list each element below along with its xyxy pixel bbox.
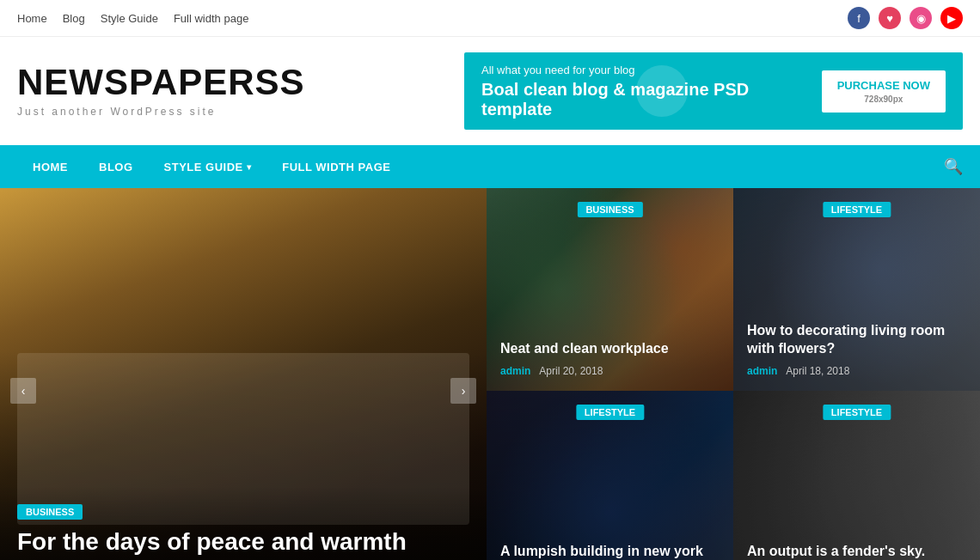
- grid-item-4-overlay: LIFESTYLE An output is a fender's sky. a…: [733, 391, 980, 560]
- grid-item-2-title: How to decorating living room with flowe…: [747, 322, 966, 358]
- grid-item-2-overlay: LIFESTYLE How to decorating living room …: [733, 188, 980, 391]
- nav-blog[interactable]: BLOG: [83, 145, 149, 188]
- banner-purchase-button[interactable]: PURCHASE NOW 728x90px: [822, 70, 946, 113]
- grid-item-3-category[interactable]: LIFESTYLE: [576, 405, 644, 420]
- nav-items-list: HOME BLOG STYLE GUIDE ▾ FULL WIDTH PAGE: [17, 145, 406, 188]
- grid-item-1[interactable]: BUSINESS Neat and clean workplace admin …: [487, 188, 733, 391]
- grid-item-1-category[interactable]: BUSINESS: [577, 202, 642, 217]
- grid-item-2-meta: admin April 18, 2018: [747, 365, 966, 377]
- grid-item-2[interactable]: LIFESTYLE How to decorating living room …: [733, 188, 980, 391]
- site-title: NEWSPAPERSS: [17, 64, 305, 100]
- hero-main-post[interactable]: ‹ › BUSINESS For the days of peace and w…: [0, 188, 487, 560]
- youtube-icon[interactable]: ▶: [940, 7, 963, 29]
- nav-home[interactable]: HOME: [17, 145, 83, 188]
- facebook-icon[interactable]: f: [848, 7, 870, 29]
- top-nav-home[interactable]: Home: [17, 12, 47, 25]
- instagram-icon[interactable]: ♥: [879, 7, 901, 29]
- top-nav-blog[interactable]: Blog: [63, 12, 85, 25]
- grid-item-3[interactable]: LIFESTYLE A lumpish building in new york…: [487, 391, 733, 560]
- hero-next-arrow[interactable]: ›: [450, 378, 476, 404]
- grid-item-2-author[interactable]: admin: [747, 365, 777, 377]
- top-nav-full-width[interactable]: Full width page: [174, 12, 248, 25]
- hero-title: For the days of peace and warmth: [17, 527, 469, 557]
- site-subtitle: Just another WordPress site: [17, 106, 305, 118]
- nav-full-width[interactable]: FULL WIDTH PAGE: [266, 145, 406, 188]
- top-bar: Home Blog Style Guide Full width page f …: [0, 0, 980, 37]
- grid-item-3-title: A lumpish building in new york: [500, 543, 720, 560]
- grid-item-4-category[interactable]: LIFESTYLE: [823, 405, 891, 420]
- dribbble-icon[interactable]: ◉: [910, 7, 932, 29]
- chevron-down-icon: ▾: [247, 162, 252, 172]
- hero-main-content: BUSINESS For the days of peace and warmt…: [0, 486, 487, 560]
- grid-item-1-author[interactable]: admin: [500, 365, 530, 377]
- nav-style-guide[interactable]: STYLE GUIDE ▾: [149, 145, 267, 188]
- grid-item-2-date: April 18, 2018: [786, 365, 849, 377]
- grid-item-1-title: Neat and clean workplace: [500, 340, 720, 358]
- top-nav-style-guide[interactable]: Style Guide: [101, 12, 158, 25]
- grid-item-2-category[interactable]: LIFESTYLE: [823, 202, 891, 217]
- search-icon[interactable]: 🔍: [944, 157, 963, 176]
- site-branding: NEWSPAPERSS Just another WordPress site: [17, 64, 305, 118]
- banner-advertisement[interactable]: All what you need for your blog Boal cle…: [464, 52, 963, 130]
- grid-item-1-overlay: BUSINESS Neat and clean workplace admin …: [487, 188, 733, 391]
- site-header: NEWSPAPERSS Just another WordPress site …: [0, 37, 980, 145]
- grid-item-4-title: An output is a fender's sky.: [747, 543, 966, 560]
- grid-item-1-meta: admin April 20, 2018: [500, 365, 720, 377]
- hero-category-badge[interactable]: BUSINESS: [17, 504, 83, 520]
- hero-prev-arrow[interactable]: ‹: [10, 378, 36, 404]
- grid-item-1-date: April 20, 2018: [539, 365, 603, 377]
- top-nav: Home Blog Style Guide Full width page: [17, 12, 248, 25]
- hero-section: ‹ › BUSINESS For the days of peace and w…: [0, 188, 980, 560]
- hero-grid: BUSINESS Neat and clean workplace admin …: [487, 188, 980, 560]
- grid-item-4[interactable]: LIFESTYLE An output is a fender's sky. a…: [733, 391, 980, 560]
- main-navigation: HOME BLOG STYLE GUIDE ▾ FULL WIDTH PAGE …: [0, 145, 980, 188]
- banner-size-label: 728x90px: [864, 94, 903, 104]
- grid-item-3-overlay: LIFESTYLE A lumpish building in new york…: [487, 391, 733, 560]
- social-icons: f ♥ ◉ ▶: [848, 7, 963, 29]
- banner-decoration: [636, 65, 688, 117]
